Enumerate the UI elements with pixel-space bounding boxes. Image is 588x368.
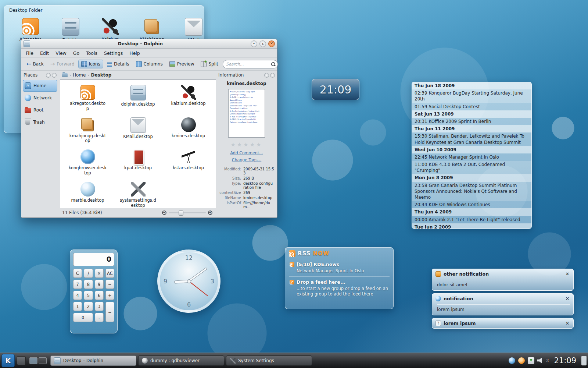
menu-item[interactable]: Tools (86, 50, 97, 56)
news-row[interactable]: 01:59Social Desktop Contest (412, 103, 531, 110)
folder-icon[interactable] (62, 73, 68, 77)
task-button[interactable]: Desktop – Dolphin (50, 355, 136, 366)
rss-feed-group[interactable]: [5/10] KDE.news Network Manager Sprint I… (289, 259, 390, 277)
tray-icon[interactable] (528, 357, 534, 364)
maximize-button[interactable] (259, 40, 266, 47)
file-item[interactable]: dolphin.desktop (113, 85, 163, 112)
file-item[interactable]: kstars.desktop (163, 149, 214, 176)
rating-stars[interactable] (216, 141, 277, 148)
zoom-out-icon[interactable] (162, 210, 167, 215)
pager-desktop-2[interactable] (39, 357, 47, 364)
calculator-key[interactable]: 2 (84, 302, 93, 311)
news-row[interactable]: Thu Jun 11 2009 (412, 125, 531, 132)
calculator-key[interactable]: 6 (95, 291, 104, 300)
close-icon[interactable] (565, 272, 570, 277)
news-row[interactable]: Thu Jun 4 2009 (412, 208, 531, 216)
task-button[interactable]: System Settings (226, 355, 312, 366)
menu-item[interactable]: Edit (40, 50, 49, 56)
calculator-key[interactable]: 9 (95, 280, 104, 289)
news-row[interactable]: Wed Jun 10 2009 (412, 146, 531, 153)
news-row[interactable]: 02:39Konqueror BugDay Starting Saturday,… (412, 89, 531, 103)
columns-view-button[interactable]: Columns (133, 60, 166, 68)
details-view-button[interactable]: Details (104, 60, 132, 68)
calculator-key[interactable]: C (73, 269, 82, 278)
calculator-key[interactable]: AC (105, 269, 114, 278)
panel-cashew[interactable] (581, 356, 587, 365)
news-row[interactable]: 11:00KDE 4.3.0 Beta 2 Out, Codenamed "Cr… (412, 161, 531, 174)
zoom-in-icon[interactable] (208, 210, 213, 215)
analog-clock-widget[interactable]: 12 3 6 9 (157, 250, 220, 313)
show-desktop-button[interactable] (17, 356, 26, 365)
file-item[interactable]: konqbrowser.desktop (62, 149, 113, 176)
panel-close-icon[interactable] (270, 73, 275, 78)
back-button[interactable]: ← Back (24, 60, 47, 68)
file-item[interactable]: akregator.desktop (62, 85, 113, 112)
breadcrumb-home[interactable]: Home (73, 72, 86, 78)
digital-clock-widget[interactable]: 21:09 (312, 79, 359, 100)
file-item[interactable]: kmines.desktop (163, 117, 214, 144)
pager-desktop-1[interactable] (29, 357, 37, 364)
tray-icon[interactable] (509, 357, 515, 364)
news-row[interactable]: 00:00Amarok 2.1 "Let There Be Light" rel… (412, 216, 531, 223)
places-item[interactable]: Home (23, 80, 57, 92)
places-item[interactable]: Trash (23, 116, 57, 128)
file-item[interactable]: systemsettings.desktop (113, 182, 163, 208)
news-row[interactable]: Sat Jun 13 2009 (412, 110, 531, 118)
file-item[interactable]: kalzium.desktop (163, 85, 214, 112)
breadcrumb-desktop[interactable]: Desktop (91, 72, 111, 78)
panel-clock[interactable]: 21:09 (554, 356, 576, 365)
panel-settings-icon[interactable] (264, 73, 269, 78)
news-row[interactable]: 20:44KDE On Windows Continues (412, 201, 531, 208)
calculator-key[interactable]: − (105, 280, 114, 289)
zoom-slider-handle[interactable] (179, 210, 183, 216)
close-button[interactable] (268, 40, 275, 47)
menu-item[interactable]: Go (73, 50, 79, 56)
news-row[interactable]: Tue Jun 2 2009 (412, 223, 531, 229)
file-item[interactable]: KMail.desktop (113, 117, 163, 144)
add-comment-link[interactable]: Add Comment... (216, 151, 277, 155)
tray-icon[interactable] (518, 357, 525, 364)
news-row[interactable]: 15:30Stallman, Bender, Lefkowitz and Pav… (412, 132, 531, 146)
calculator-key[interactable]: / (84, 269, 93, 278)
search-icon[interactable] (271, 62, 275, 66)
tray-icon[interactable] (537, 357, 544, 364)
task-button[interactable]: dummy : qdbusviewer (138, 355, 224, 366)
titlebar[interactable]: Desktop – Dolphin (21, 39, 277, 49)
file-item[interactable]: kmahjongg.desktop (62, 117, 113, 144)
minimize-button[interactable] (251, 40, 257, 47)
desktop-pager[interactable] (28, 357, 48, 364)
close-icon[interactable] (565, 296, 570, 301)
calculator-key[interactable]: 1 (73, 302, 82, 311)
panel-settings-icon[interactable] (46, 73, 51, 78)
calculator-key[interactable]: + (105, 291, 114, 300)
places-item[interactable]: Root (23, 104, 57, 116)
calculator-key[interactable]: . (95, 313, 104, 322)
calculator-key[interactable]: 5 (84, 291, 93, 300)
news-row[interactable]: 20:31KOffice 2009 Sprint In Berlin (412, 118, 531, 125)
calculator-key[interactable]: 0 (73, 313, 93, 322)
rss-drop-target[interactable]: Drop a feed here... ...to start a new gr… (289, 277, 390, 300)
news-row[interactable]: Thu Jun 18 2009 (412, 82, 531, 89)
split-button[interactable]: Split (198, 60, 221, 68)
menu-item[interactable]: File (26, 50, 33, 56)
calculator-key[interactable]: 4 (73, 291, 82, 300)
zoom-slider[interactable] (169, 212, 206, 213)
close-icon[interactable] (565, 321, 570, 326)
calculator-key[interactable]: 3 (95, 302, 104, 311)
file-item[interactable]: kpat.desktop (113, 149, 163, 176)
menu-item[interactable]: View (55, 50, 67, 56)
kmenu-button[interactable] (1, 354, 15, 367)
preview-button[interactable]: Preview (166, 60, 197, 68)
change-tags-link[interactable]: Change Tags... (216, 158, 277, 162)
menu-item[interactable]: Settings (104, 50, 123, 56)
file-item[interactable]: marble.desktop (62, 182, 113, 208)
calculator-key[interactable]: × (95, 269, 104, 278)
calculator-key[interactable]: = (105, 302, 114, 322)
news-row[interactable]: Mon Jun 8 2009 (412, 174, 531, 181)
calculator-key[interactable]: 8 (84, 280, 93, 289)
search-input[interactable] (225, 61, 270, 67)
icons-view-button[interactable]: Icons (78, 60, 103, 68)
calculator-key[interactable]: 7 (73, 280, 82, 289)
forward-button[interactable]: → Forward (47, 60, 78, 68)
menu-item[interactable]: Help (129, 50, 140, 56)
